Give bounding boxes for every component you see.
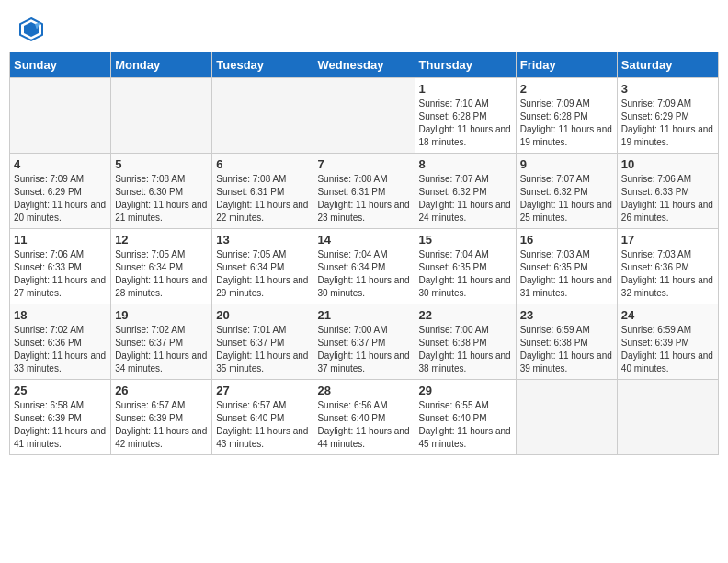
calendar-cell [617,380,718,455]
cell-info: Sunrise: 7:09 AMSunset: 6:28 PMDaylight:… [520,98,613,149]
calendar-cell: 25 Sunrise: 6:58 AMSunset: 6:39 PMDaylig… [10,380,111,455]
day-number: 25 [14,384,107,397]
calendar-cell: 18 Sunrise: 7:02 AMSunset: 6:36 PMDaylig… [10,304,111,380]
logo [18,17,48,42]
calendar-header: SundayMondayTuesdayWednesdayThursdayFrid… [10,52,719,78]
cell-info: Sunrise: 6:57 AMSunset: 6:39 PMDaylight:… [115,399,208,451]
calendar-cell: 8 Sunrise: 7:07 AMSunset: 6:32 PMDayligh… [415,154,516,229]
day-number: 20 [216,308,309,322]
calendar-cell: 2 Sunrise: 7:09 AMSunset: 6:28 PMDayligh… [516,78,617,154]
day-number: 1 [419,82,512,96]
week-row-3: 11 Sunrise: 7:06 AMSunset: 6:33 PMDaylig… [10,229,719,304]
calendar-cell: 11 Sunrise: 7:06 AMSunset: 6:33 PMDaylig… [10,229,111,304]
day-number: 29 [419,384,512,397]
day-number: 27 [216,384,309,397]
day-number: 23 [520,308,613,322]
day-number: 18 [14,308,107,322]
day-number: 26 [115,384,208,397]
calendar-body: 1 Sunrise: 7:10 AMSunset: 6:28 PMDayligh… [10,78,719,455]
cell-info: Sunrise: 7:07 AMSunset: 6:32 PMDaylight:… [520,173,613,224]
calendar-cell: 10 Sunrise: 7:06 AMSunset: 6:33 PMDaylig… [617,154,718,229]
calendar-cell: 26 Sunrise: 6:57 AMSunset: 6:39 PMDaylig… [111,380,212,455]
week-row-4: 18 Sunrise: 7:02 AMSunset: 6:36 PMDaylig… [10,304,719,380]
week-row-1: 1 Sunrise: 7:10 AMSunset: 6:28 PMDayligh… [10,78,719,154]
calendar-cell: 6 Sunrise: 7:08 AMSunset: 6:31 PMDayligh… [212,154,313,229]
weekday-tuesday: Tuesday [212,52,313,78]
day-number: 13 [216,233,309,247]
calendar-cell: 9 Sunrise: 7:07 AMSunset: 6:32 PMDayligh… [516,154,617,229]
day-number: 12 [115,233,208,247]
calendar-cell [212,78,313,154]
calendar-cell: 24 Sunrise: 6:59 AMSunset: 6:39 PMDaylig… [617,304,718,380]
day-number: 16 [520,233,613,247]
day-number: 7 [317,157,410,171]
week-row-5: 25 Sunrise: 6:58 AMSunset: 6:39 PMDaylig… [10,380,719,455]
weekday-saturday: Saturday [617,52,718,78]
calendar-cell [10,78,111,154]
logo-icon [18,17,44,42]
day-number: 21 [317,308,410,322]
calendar-cell: 28 Sunrise: 6:56 AMSunset: 6:40 PMDaylig… [313,380,415,455]
calendar-cell: 21 Sunrise: 7:00 AMSunset: 6:37 PMDaylig… [313,304,415,380]
calendar-cell: 1 Sunrise: 7:10 AMSunset: 6:28 PMDayligh… [415,78,516,154]
cell-info: Sunrise: 7:02 AMSunset: 6:36 PMDaylight:… [14,324,107,375]
day-number: 9 [520,157,613,171]
cell-info: Sunrise: 7:10 AMSunset: 6:28 PMDaylight:… [419,98,512,149]
calendar-cell: 15 Sunrise: 7:04 AMSunset: 6:35 PMDaylig… [415,229,516,304]
calendar-cell [313,78,415,154]
cell-info: Sunrise: 7:04 AMSunset: 6:35 PMDaylight:… [419,248,512,300]
day-number: 4 [14,157,107,171]
cell-info: Sunrise: 6:56 AMSunset: 6:40 PMDaylight:… [317,399,410,451]
calendar-cell [111,78,212,154]
calendar-cell: 13 Sunrise: 7:05 AMSunset: 6:34 PMDaylig… [212,229,313,304]
cell-info: Sunrise: 7:07 AMSunset: 6:32 PMDaylight:… [419,173,512,224]
cell-info: Sunrise: 7:05 AMSunset: 6:34 PMDaylight:… [115,248,208,300]
cell-info: Sunrise: 7:06 AMSunset: 6:33 PMDaylight:… [14,248,107,300]
cell-info: Sunrise: 7:03 AMSunset: 6:35 PMDaylight:… [520,248,613,300]
weekday-wednesday: Wednesday [313,52,415,78]
day-number: 2 [520,82,613,96]
cell-info: Sunrise: 6:57 AMSunset: 6:40 PMDaylight:… [216,399,309,451]
calendar-cell: 3 Sunrise: 7:09 AMSunset: 6:29 PMDayligh… [617,78,718,154]
page-header [9,9,719,46]
cell-info: Sunrise: 7:03 AMSunset: 6:36 PMDaylight:… [621,248,714,300]
calendar-cell: 4 Sunrise: 7:09 AMSunset: 6:29 PMDayligh… [10,154,111,229]
weekday-friday: Friday [516,52,617,78]
day-number: 14 [317,233,410,247]
day-number: 28 [317,384,410,397]
cell-info: Sunrise: 7:05 AMSunset: 6:34 PMDaylight:… [216,248,309,300]
weekday-thursday: Thursday [415,52,516,78]
cell-info: Sunrise: 7:06 AMSunset: 6:33 PMDaylight:… [621,173,714,224]
day-number: 10 [621,157,714,171]
cell-info: Sunrise: 6:59 AMSunset: 6:38 PMDaylight:… [520,324,613,375]
calendar-cell: 20 Sunrise: 7:01 AMSunset: 6:37 PMDaylig… [212,304,313,380]
cell-info: Sunrise: 6:55 AMSunset: 6:40 PMDaylight:… [419,399,512,451]
cell-info: Sunrise: 7:00 AMSunset: 6:38 PMDaylight:… [419,324,512,375]
cell-info: Sunrise: 7:08 AMSunset: 6:31 PMDaylight:… [317,173,410,224]
cell-info: Sunrise: 7:09 AMSunset: 6:29 PMDaylight:… [621,98,714,149]
calendar-cell: 16 Sunrise: 7:03 AMSunset: 6:35 PMDaylig… [516,229,617,304]
day-number: 24 [621,308,714,322]
day-number: 3 [621,82,714,96]
calendar-cell [516,380,617,455]
day-number: 5 [115,157,208,171]
cell-info: Sunrise: 7:01 AMSunset: 6:37 PMDaylight:… [216,324,309,375]
calendar-cell: 29 Sunrise: 6:55 AMSunset: 6:40 PMDaylig… [415,380,516,455]
cell-info: Sunrise: 7:08 AMSunset: 6:31 PMDaylight:… [216,173,309,224]
calendar-cell: 12 Sunrise: 7:05 AMSunset: 6:34 PMDaylig… [111,229,212,304]
calendar-cell: 22 Sunrise: 7:00 AMSunset: 6:38 PMDaylig… [415,304,516,380]
cell-info: Sunrise: 6:58 AMSunset: 6:39 PMDaylight:… [14,399,107,451]
calendar-cell: 17 Sunrise: 7:03 AMSunset: 6:36 PMDaylig… [617,229,718,304]
weekday-monday: Monday [111,52,212,78]
cell-info: Sunrise: 7:00 AMSunset: 6:37 PMDaylight:… [317,324,410,375]
calendar-cell: 23 Sunrise: 6:59 AMSunset: 6:38 PMDaylig… [516,304,617,380]
cell-info: Sunrise: 6:59 AMSunset: 6:39 PMDaylight:… [621,324,714,375]
cell-info: Sunrise: 7:09 AMSunset: 6:29 PMDaylight:… [14,173,107,224]
cell-info: Sunrise: 7:02 AMSunset: 6:37 PMDaylight:… [115,324,208,375]
calendar-table: SundayMondayTuesdayWednesdayThursdayFrid… [9,52,719,455]
day-number: 11 [14,233,107,247]
calendar-cell: 14 Sunrise: 7:04 AMSunset: 6:34 PMDaylig… [313,229,415,304]
cell-info: Sunrise: 7:04 AMSunset: 6:34 PMDaylight:… [317,248,410,300]
day-number: 19 [115,308,208,322]
day-number: 6 [216,157,309,171]
